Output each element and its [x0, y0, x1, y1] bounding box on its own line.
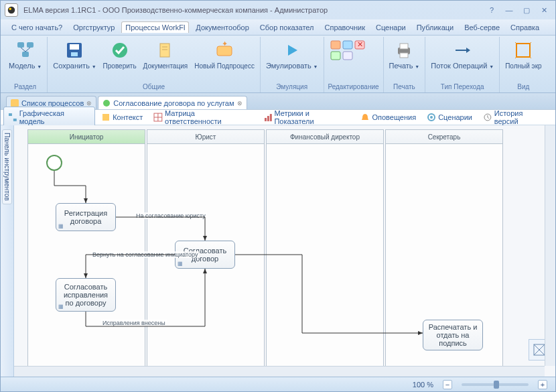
save-icon: [64, 40, 85, 61]
label-return: Вернуть на согласование инициатору: [91, 251, 199, 258]
task-print[interactable]: Распечатать и отдать на подпись: [423, 320, 483, 350]
svg-rect-3: [27, 42, 33, 48]
flow-icon: [451, 40, 473, 61]
menu-ref[interactable]: Справочник: [320, 21, 369, 34]
svg-rect-18: [343, 41, 352, 49]
menu-processes[interactable]: Процессы WorkFl: [121, 21, 189, 33]
fullscreen-icon: [512, 40, 534, 61]
zoom-in-button[interactable]: +: [538, 380, 547, 389]
svg-rect-21: [331, 52, 340, 60]
flow-type-button[interactable]: Поток Операций ▼: [428, 38, 496, 72]
bell-icon: [360, 113, 370, 122]
menu-help[interactable]: Справка: [506, 21, 543, 34]
subprocess-button[interactable]: ✦ Новый Подпроцесс: [192, 38, 257, 71]
svg-rect-39: [269, 114, 271, 121]
menu-kpi[interactable]: Сбор показател: [256, 21, 318, 34]
menu-start[interactable]: С чего начать?: [7, 21, 66, 34]
svg-rect-11: [160, 44, 169, 57]
list-icon: [11, 99, 19, 107]
subprocess-icon: ✦: [214, 40, 235, 61]
check-icon: [109, 40, 131, 61]
process-canvas[interactable]: Инициатор Юрист Финансовый директор Секр…: [14, 125, 555, 377]
titlebar: ELMA версия 1.1RC1 - ООО Производственно…: [1, 1, 555, 19]
close-icon[interactable]: ⊗: [86, 100, 92, 107]
metrics-icon: [263, 113, 273, 122]
menubar: С чего начать? Оргструктур Процессы Work…: [1, 19, 555, 36]
lane-header-lawyer[interactable]: Юрист: [147, 129, 265, 144]
svg-rect-8: [70, 44, 79, 50]
save-button[interactable]: Сохранить ▼: [50, 38, 98, 72]
menu-scen[interactable]: Сценари: [372, 21, 410, 34]
svg-rect-14: [217, 46, 232, 56]
close-icon[interactable]: ⊗: [237, 100, 242, 107]
svg-rect-29: [11, 99, 19, 107]
statusbar: 100 % − +: [1, 377, 555, 391]
maximize-button[interactable]: ▢: [519, 4, 534, 16]
svg-rect-32: [13, 119, 17, 121]
subtabs: Графическая модель Контекст Матрица отве…: [1, 109, 555, 125]
emulate-icon: [281, 40, 303, 61]
svg-marker-16: [288, 45, 297, 56]
svg-rect-25: [400, 53, 408, 58]
emulate-button[interactable]: Эмулировать ▼: [263, 38, 321, 72]
subtab-alerts[interactable]: Оповещения: [356, 110, 421, 125]
lane-findir: [266, 144, 384, 377]
label-fixed: Исправления внесены: [101, 320, 167, 326]
matrix-icon: [153, 113, 163, 122]
lane-initiator: [27, 144, 145, 377]
svg-rect-28: [516, 44, 530, 57]
menu-web[interactable]: Веб-серве: [460, 21, 504, 34]
help-button[interactable]: ?: [484, 4, 499, 16]
print-icon: [393, 40, 415, 61]
svg-rect-2: [17, 42, 24, 48]
gear-icon: [427, 113, 436, 122]
task-fix[interactable]: Согласовать исправления по договору▦: [56, 278, 116, 312]
zoom-out-button[interactable]: −: [443, 380, 452, 389]
zoom-value: 100 %: [413, 381, 433, 389]
svg-rect-38: [267, 116, 269, 121]
subtab-context[interactable]: Контекст: [96, 110, 147, 125]
svg-rect-17: [331, 41, 340, 49]
svg-rect-4: [22, 52, 29, 57]
svg-point-1: [9, 8, 12, 11]
group-view: Вид: [502, 82, 544, 91]
group-emul: Эмуляция: [263, 82, 321, 91]
svg-marker-27: [466, 48, 470, 53]
app-icon: [5, 3, 18, 17]
print-button[interactable]: Печать ▼: [387, 38, 423, 72]
group-common: Общие: [50, 82, 257, 91]
zoom-slider[interactable]: [462, 383, 529, 386]
svg-line-5: [21, 48, 25, 52]
menu-docs[interactable]: Документообор: [192, 21, 253, 34]
diagram-icon: [8, 113, 17, 122]
docs-button[interactable]: Документация: [141, 38, 191, 71]
start-event[interactable]: [46, 155, 62, 171]
menu-org[interactable]: Оргструктур: [69, 21, 119, 34]
minimize-button[interactable]: —: [502, 4, 516, 16]
scrollbar-horizontal[interactable]: [14, 366, 545, 377]
svg-rect-22: [343, 52, 352, 60]
svg-line-6: [25, 48, 30, 52]
lane-header-initiator[interactable]: Инициатор: [27, 129, 145, 144]
scrollbar-vertical[interactable]: [545, 125, 555, 366]
docs-icon: [155, 40, 176, 61]
tools-panel-collapsed[interactable]: Панель инструментов: [1, 125, 14, 377]
lane-header-findir[interactable]: Финансовый директор: [266, 129, 384, 144]
window-title: ELMA версия 1.1RC1 - ООО Производственно…: [23, 6, 482, 14]
menu-pub[interactable]: Публикаци: [413, 21, 458, 34]
close-button[interactable]: ✕: [537, 4, 551, 16]
task-registration[interactable]: Регистрация договора▦: [56, 203, 116, 231]
group-transition: Тип Перехода: [428, 82, 496, 91]
history-icon: [483, 113, 492, 122]
fullscreen-button[interactable]: Полный экр: [502, 38, 544, 71]
svg-rect-37: [265, 118, 267, 121]
subtab-scenarios[interactable]: Сценарии: [422, 110, 477, 125]
process-icon: [102, 99, 111, 107]
svg-point-0: [8, 7, 15, 14]
edit-buttons[interactable]: ✕: [327, 38, 380, 64]
group-edit: Редактирование: [327, 82, 380, 91]
check-button[interactable]: Проверить: [100, 38, 139, 71]
lane-header-secretary[interactable]: Секретарь: [385, 129, 503, 144]
model-button[interactable]: Модель ▼: [6, 38, 44, 72]
svg-rect-24: [400, 44, 408, 49]
